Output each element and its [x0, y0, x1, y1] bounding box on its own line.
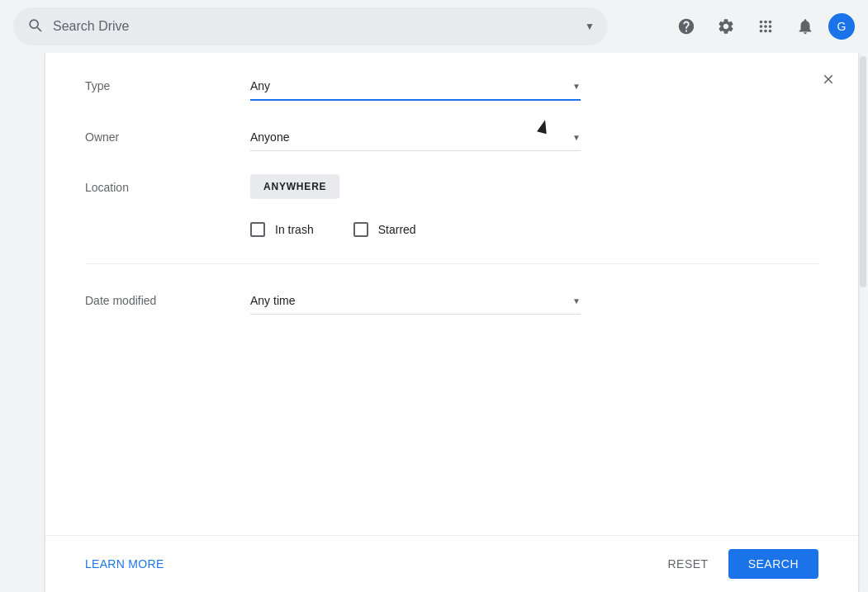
location-control: ANYWHERE: [250, 174, 581, 199]
learn-more-link[interactable]: LEARN MORE: [85, 557, 164, 571]
in-trash-checkbox-item[interactable]: In trash: [250, 222, 314, 237]
scrollbar-thumb[interactable]: [860, 56, 866, 287]
footer-actions: RESET SEARCH: [654, 549, 818, 579]
search-icon: [26, 17, 43, 37]
header-icons: G: [670, 10, 855, 43]
scrollbar[interactable]: [858, 53, 868, 592]
location-row: Location ANYWHERE: [85, 174, 818, 199]
owner-value: Anyone: [250, 130, 289, 144]
divider: [85, 263, 818, 264]
dialog-footer: LEARN MORE RESET SEARCH: [45, 535, 858, 592]
help-button[interactable]: [670, 10, 703, 43]
search-input[interactable]: Search Drive: [53, 19, 578, 34]
date-modified-value: Any time: [250, 294, 295, 307]
reset-button[interactable]: RESET: [654, 551, 721, 577]
in-trash-label: In trash: [275, 223, 314, 236]
close-button[interactable]: [812, 63, 845, 96]
type-value: Any: [250, 79, 270, 92]
dialog-body: Type Any ▼ Owner Anyone ▼ Location AN: [45, 53, 858, 535]
date-modified-select[interactable]: Any time ▼: [250, 287, 581, 315]
location-label: Location: [85, 174, 250, 194]
owner-row: Owner Anyone ▼: [85, 124, 818, 151]
type-control: Any ▼: [250, 73, 581, 101]
type-dropdown-arrow: ▼: [572, 82, 581, 91]
sidebar: [0, 53, 45, 592]
search-filters-dialog: Type Any ▼ Owner Anyone ▼ Location AN: [45, 53, 858, 592]
notifications-button[interactable]: [789, 10, 822, 43]
owner-label: Owner: [85, 124, 250, 144]
search-button[interactable]: SEARCH: [728, 549, 818, 579]
checkbox-row: In trash Starred: [85, 222, 818, 237]
apps-button[interactable]: [749, 10, 782, 43]
date-modified-dropdown-arrow: ▼: [572, 296, 581, 305]
starred-checkbox[interactable]: [353, 222, 368, 237]
owner-dropdown-arrow: ▼: [572, 133, 581, 142]
location-button[interactable]: ANYWHERE: [250, 174, 339, 199]
avatar[interactable]: G: [828, 13, 855, 40]
date-modified-control: Any time ▼: [250, 287, 581, 315]
owner-control: Anyone ▼: [250, 124, 581, 151]
type-label: Type: [85, 73, 250, 92]
date-modified-label: Date modified: [85, 287, 250, 307]
search-bar[interactable]: Search Drive ▼: [13, 7, 608, 45]
date-modified-row: Date modified Any time ▼: [85, 287, 818, 315]
owner-select[interactable]: Anyone ▼: [250, 124, 581, 151]
type-select[interactable]: Any ▼: [250, 73, 581, 101]
header: Search Drive ▼ G: [0, 0, 868, 53]
in-trash-checkbox[interactable]: [250, 222, 265, 237]
search-dropdown-arrow[interactable]: ▼: [585, 21, 595, 32]
type-row: Type Any ▼: [85, 73, 818, 101]
settings-button[interactable]: [709, 10, 742, 43]
starred-label: Starred: [378, 223, 416, 236]
starred-checkbox-item[interactable]: Starred: [353, 222, 416, 237]
